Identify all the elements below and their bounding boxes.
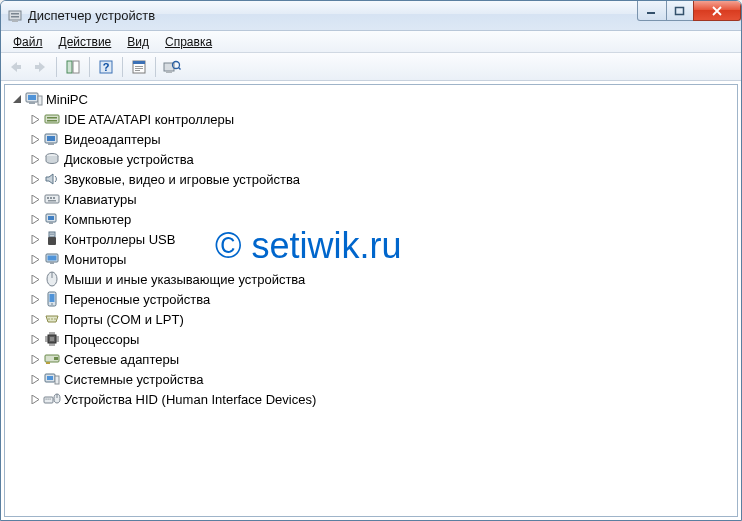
- network-adapter-icon: [43, 351, 61, 367]
- svg-rect-2: [11, 16, 19, 18]
- svg-rect-37: [49, 222, 53, 224]
- menubar: Файл Действие Вид Справка: [1, 31, 741, 53]
- svg-rect-5: [676, 7, 684, 14]
- tree-node[interactable]: Сетевые адаптеры: [7, 349, 735, 369]
- close-button[interactable]: [693, 1, 741, 21]
- toolbar-separator: [122, 57, 123, 77]
- expander-icon[interactable]: [29, 313, 41, 325]
- svg-rect-28: [48, 143, 54, 145]
- expander-icon[interactable]: [29, 173, 41, 185]
- show-hide-tree-button[interactable]: [62, 56, 84, 78]
- svg-rect-38: [49, 232, 55, 237]
- svg-rect-44: [50, 262, 54, 264]
- tree-node[interactable]: Дисковые устройства: [7, 149, 735, 169]
- svg-point-50: [51, 318, 52, 319]
- properties-button[interactable]: [128, 56, 150, 78]
- svg-point-49: [48, 318, 49, 319]
- expander-icon[interactable]: [29, 273, 41, 285]
- menu-help[interactable]: Справка: [157, 33, 220, 51]
- tree-node[interactable]: Мониторы: [7, 249, 735, 269]
- tree-root-node[interactable]: MiniPC: [7, 89, 735, 109]
- svg-rect-34: [48, 200, 56, 202]
- menu-action[interactable]: Действие: [51, 33, 120, 51]
- expander-icon[interactable]: [29, 133, 41, 145]
- svg-rect-33: [53, 197, 55, 199]
- expander-icon[interactable]: [29, 153, 41, 165]
- tree-node[interactable]: Мыши и иные указывающие устройства: [7, 269, 735, 289]
- svg-rect-40: [53, 234, 54, 236]
- tree-node[interactable]: Процессоры: [7, 329, 735, 349]
- help-button[interactable]: ?: [95, 56, 117, 78]
- node-label: Мониторы: [64, 252, 126, 267]
- menu-view[interactable]: Вид: [119, 33, 157, 51]
- expander-icon[interactable]: [29, 113, 41, 125]
- tree-node[interactable]: Контроллеры USB: [7, 229, 735, 249]
- svg-rect-25: [47, 120, 57, 122]
- svg-rect-22: [38, 96, 42, 105]
- menu-file[interactable]: Файл: [5, 33, 51, 51]
- node-label: Процессоры: [64, 332, 139, 347]
- toolbar: ?: [1, 53, 741, 81]
- node-label: Порты (COM и LPT): [64, 312, 184, 327]
- svg-point-48: [51, 303, 53, 305]
- svg-rect-4: [647, 12, 655, 14]
- expander-icon[interactable]: [11, 93, 23, 105]
- expander-icon[interactable]: [29, 353, 41, 365]
- toolbar-separator: [56, 57, 57, 77]
- monitor-icon: [43, 251, 61, 267]
- tree-node[interactable]: Компьютер: [7, 209, 735, 229]
- tree-node[interactable]: Клавиатуры: [7, 189, 735, 209]
- svg-rect-74: [48, 399, 49, 400]
- node-label: Компьютер: [64, 212, 131, 227]
- node-label: Звуковые, видео и игровые устройства: [64, 172, 300, 187]
- svg-rect-16: [166, 71, 172, 73]
- svg-rect-3: [12, 20, 18, 22]
- svg-rect-6: [67, 61, 72, 73]
- tree-node[interactable]: Звуковые, видео и игровые устройства: [7, 169, 735, 189]
- scan-hardware-button[interactable]: [161, 56, 183, 78]
- svg-line-18: [179, 67, 181, 69]
- display-adapter-icon: [43, 131, 61, 147]
- hid-icon: [43, 391, 61, 407]
- node-label: Клавиатуры: [64, 192, 137, 207]
- minimize-button[interactable]: [637, 1, 667, 21]
- svg-rect-67: [54, 357, 58, 360]
- expander-icon[interactable]: [29, 213, 41, 225]
- svg-rect-72: [44, 397, 53, 403]
- tree-node[interactable]: Порты (COM и LPT): [7, 309, 735, 329]
- svg-rect-32: [50, 197, 52, 199]
- svg-text:?: ?: [103, 61, 110, 73]
- system-device-icon: [43, 371, 61, 387]
- svg-rect-70: [47, 376, 53, 380]
- expander-icon[interactable]: [29, 373, 41, 385]
- expander-icon[interactable]: [29, 233, 41, 245]
- expander-icon[interactable]: [29, 253, 41, 265]
- ide-controller-icon: [43, 111, 61, 127]
- svg-rect-21: [29, 102, 35, 104]
- disk-drive-icon: [43, 151, 61, 167]
- expander-icon[interactable]: [29, 333, 41, 345]
- tree-node[interactable]: Видеоадаптеры: [7, 129, 735, 149]
- back-button[interactable]: [5, 56, 27, 78]
- maximize-button[interactable]: [666, 1, 694, 21]
- expander-icon[interactable]: [29, 193, 41, 205]
- tree-node[interactable]: Переносные устройства: [7, 289, 735, 309]
- keyboard-icon: [43, 191, 61, 207]
- svg-rect-13: [135, 68, 143, 69]
- expander-icon[interactable]: [29, 293, 41, 305]
- tree-node[interactable]: IDE ATA/ATAPI контроллеры: [7, 109, 735, 129]
- tree-panel[interactable]: MiniPC IDE ATA/ATAPI контроллерыВидеоада…: [4, 84, 738, 517]
- tree-node[interactable]: Устройства HID (Human Interface Devices): [7, 389, 735, 409]
- expander-icon[interactable]: [29, 393, 41, 405]
- svg-rect-41: [48, 237, 56, 245]
- node-label: Системные устройства: [64, 372, 203, 387]
- svg-rect-43: [48, 256, 57, 261]
- svg-rect-27: [47, 136, 55, 141]
- computer-icon: [43, 211, 61, 227]
- tree-node[interactable]: Системные устройства: [7, 369, 735, 389]
- svg-rect-7: [73, 61, 79, 73]
- svg-rect-24: [47, 117, 57, 119]
- svg-rect-36: [48, 216, 54, 220]
- toolbar-separator: [89, 57, 90, 77]
- forward-button[interactable]: [29, 56, 51, 78]
